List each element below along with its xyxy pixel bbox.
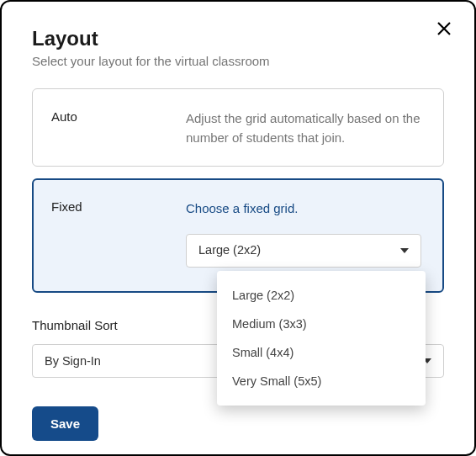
layout-dialog: Layout Select your layout for the virtua… [0,0,476,456]
grid-size-option[interactable]: Large (2x2) [217,281,426,310]
layout-option-fixed-label: Fixed [51,199,186,268]
grid-size-select[interactable]: Large (2x2) [186,234,421,268]
thumbnail-sort-select-value: By Sign-In [45,354,101,368]
dialog-title: Layout [32,27,444,50]
save-button[interactable]: Save [32,406,98,441]
dialog-subtitle: Select your layout for the virtual class… [32,54,444,68]
grid-size-dropdown: Large (2x2) Medium (3x3) Small (4x4) Ver… [217,271,426,406]
save-button-label: Save [50,416,80,431]
grid-size-option[interactable]: Small (4x4) [217,338,426,367]
caret-down-icon [400,248,409,253]
grid-size-option[interactable]: Medium (3x3) [217,310,426,338]
layout-option-auto-description: Adjust the grid automatically based on t… [186,109,425,147]
layout-option-auto[interactable]: Auto Adjust the grid automatically based… [32,88,444,167]
close-icon [436,21,452,40]
layout-option-fixed-description: Choose a fixed grid. [186,199,425,219]
close-button[interactable] [434,20,454,40]
layout-option-auto-label: Auto [51,109,186,147]
grid-size-select-value: Large (2x2) [198,241,261,260]
grid-size-option[interactable]: Very Small (5x5) [217,367,426,395]
